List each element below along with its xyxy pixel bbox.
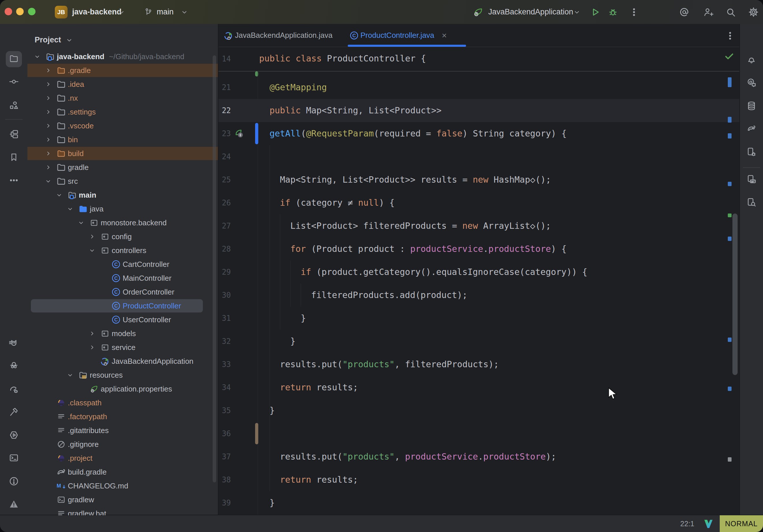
tree-item-resources[interactable]: resources — [27, 368, 218, 382]
tree-item-service[interactable]: service — [27, 341, 218, 354]
tool-warnings-button[interactable] — [6, 496, 22, 513]
code-text[interactable]: getAll(@RequestParam(required = false) S… — [259, 122, 567, 145]
tool-bookmarks-button[interactable] — [6, 150, 22, 166]
tree-item-.gitattributes[interactable]: .gitattributes — [27, 424, 218, 437]
project-panel-header[interactable]: Project — [35, 36, 73, 45]
chevron-right-icon[interactable] — [42, 80, 54, 88]
code-line-38[interactable]: 38 return results; — [218, 468, 739, 491]
tree-item-java[interactable]: java — [27, 202, 218, 216]
tool-commit-button[interactable] — [6, 74, 22, 90]
tree-item-monostore.backend[interactable]: monostore.backend — [27, 216, 218, 230]
tree-item-.factorypath[interactable]: .factorypath — [27, 410, 218, 424]
line-number[interactable]: 35 — [218, 399, 231, 422]
line-number[interactable]: 23 — [218, 122, 231, 145]
tree-item-CHANGELOG.md[interactable]: MCHANGELOG.md — [27, 479, 218, 493]
editor-scrollbar[interactable] — [732, 213, 738, 375]
line-number[interactable]: 36 — [218, 422, 231, 445]
stripe-mark[interactable] — [728, 77, 731, 87]
tool-gradle-button[interactable] — [743, 121, 760, 137]
chevron-down-icon[interactable] — [42, 177, 54, 185]
chevron-down-icon[interactable] — [53, 191, 65, 199]
code-line-21[interactable]: 21 @GetMapping — [218, 76, 739, 99]
run-config-selector[interactable]: JavaBackendApplication — [488, 0, 573, 24]
code-text[interactable]: if (category ≠ null) { — [259, 191, 394, 214]
tree-item-application.properties[interactable]: application.properties — [27, 382, 218, 396]
tree-item-JavaBackendApplication[interactable]: JavaBackendApplication — [27, 354, 218, 368]
stripe-mark[interactable] — [728, 237, 731, 241]
tool-database-button[interactable] — [743, 98, 760, 115]
tree-item-.vscode[interactable]: .vscode — [27, 119, 218, 133]
tree-item-.settings[interactable]: .settings — [27, 105, 218, 119]
more-actions-icon[interactable] — [629, 7, 639, 17]
chevron-right-icon[interactable] — [42, 108, 54, 116]
line-number[interactable]: 34 — [218, 376, 231, 399]
line-number[interactable]: 22 — [218, 99, 231, 122]
code-line-27[interactable]: 27 List<Product> filteredProducts = new … — [218, 214, 739, 238]
tab-ProductController.java[interactable]: C ProductController.java × — [348, 24, 466, 47]
line-number[interactable]: 37 — [218, 445, 231, 468]
code-line-33[interactable]: 33 results.put("products", filteredProdu… — [218, 353, 739, 376]
tool-ai-cat-button[interactable] — [6, 336, 22, 352]
code-line-29[interactable]: 29 if (product.getCategory().equalsIgnor… — [218, 261, 739, 283]
tree-item-models[interactable]: models — [27, 327, 218, 341]
code-text[interactable]: public class ProductController { — [259, 47, 426, 70]
run-icon[interactable] — [590, 7, 600, 18]
line-number[interactable]: 29 — [218, 261, 231, 283]
line-number[interactable]: 31 — [218, 307, 231, 330]
tool-services-button[interactable] — [6, 428, 22, 444]
code-line-24[interactable]: 24 — [218, 145, 739, 168]
line-number[interactable]: 39 — [218, 491, 231, 514]
caret-position[interactable]: 22:1 — [680, 515, 694, 532]
stripe-mark[interactable] — [728, 457, 731, 462]
line-number[interactable]: 38 — [218, 468, 231, 491]
code-text[interactable]: } — [259, 330, 295, 353]
code-line-36[interactable]: 36 — [218, 422, 739, 445]
code-line-23[interactable]: 23 getAll(@RequestParam(required = false… — [218, 122, 739, 145]
chevron-right-icon[interactable] — [42, 67, 54, 74]
tree-item-java-backend[interactable]: java-backend~/Github/java-backend — [27, 50, 218, 63]
code-line-31[interactable]: 31 } — [218, 307, 739, 330]
inspections-ok-icon[interactable] — [723, 51, 735, 63]
stripe-mark[interactable] — [728, 182, 731, 186]
rest-endpoint-icon[interactable] — [234, 122, 245, 145]
code-line-37[interactable]: 37 results.put("products", productServic… — [218, 445, 739, 468]
ideavim-icon[interactable] — [704, 519, 713, 530]
tree-item-.idea[interactable]: .idea — [27, 77, 218, 91]
settings-gear-icon[interactable] — [748, 7, 759, 18]
chevron-down-icon[interactable] — [31, 53, 44, 60]
tree-item-gradlew[interactable]: gradlew — [27, 493, 218, 507]
project-tree-scrollbar[interactable] — [213, 55, 216, 482]
chevron-right-icon[interactable] — [42, 150, 54, 157]
code-text[interactable]: return results; — [259, 468, 358, 491]
tree-item-.nx[interactable]: .nx — [27, 91, 218, 105]
zoom-window-button[interactable] — [28, 8, 36, 15]
tool-device-manager-button[interactable] — [743, 145, 760, 161]
line-number[interactable]: 30 — [218, 283, 231, 307]
code-text[interactable]: if (product.getCategory().equalsIgnoreCa… — [259, 261, 587, 283]
change-marker-blue[interactable] — [255, 123, 258, 144]
code-line-39[interactable]: 39 } — [218, 491, 739, 514]
tool-build-button[interactable] — [6, 404, 22, 421]
project-name-button[interactable]: java-backend — [72, 0, 122, 24]
line-number[interactable]: 26 — [218, 191, 231, 214]
tool-project-button[interactable] — [6, 51, 22, 67]
code-line-32[interactable]: 32 } — [218, 330, 739, 353]
code-text[interactable]: } — [259, 307, 306, 330]
code-line-34[interactable]: 34 return results; — [218, 376, 739, 399]
tool-hierarchy-button[interactable] — [6, 127, 22, 143]
line-number[interactable]: 25 — [218, 168, 231, 191]
line-number[interactable]: 32 — [218, 330, 231, 353]
minimize-window-button[interactable] — [16, 8, 24, 15]
stripe-mark[interactable] — [728, 386, 731, 391]
code-text[interactable]: public Map<String, List<Product>> — [259, 99, 442, 122]
code-text[interactable]: } — [259, 399, 275, 422]
line-number[interactable]: 21 — [218, 76, 231, 99]
tree-item-bin[interactable]: bin — [27, 133, 218, 147]
tree-item-main[interactable]: main — [27, 188, 218, 202]
tree-item-gradlew.bat[interactable]: gradlew.bat — [27, 507, 218, 515]
tree-item-OrderController[interactable]: COrderController — [27, 285, 218, 299]
line-number[interactable]: 24 — [218, 145, 231, 168]
tree-item-build[interactable]: build — [27, 147, 218, 160]
tool-problems-button[interactable] — [6, 474, 22, 490]
code-text[interactable]: return results; — [259, 376, 358, 399]
